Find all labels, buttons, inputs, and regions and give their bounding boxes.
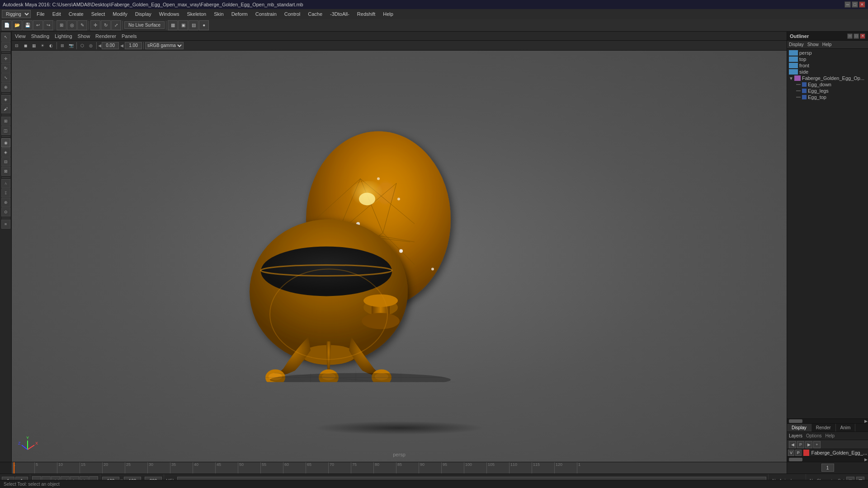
vm-lighting[interactable]: Lighting <box>53 33 74 39</box>
select-tool[interactable]: ⊞ <box>57 20 66 30</box>
layer-play[interactable]: P <box>797 441 804 448</box>
subtab-options[interactable]: Options <box>806 433 821 438</box>
menu-3dtall[interactable]: -3DtoAll- <box>326 10 353 18</box>
menu-skeleton[interactable]: Skeleton <box>183 10 210 18</box>
vp-tb-wireframe[interactable]: ⊟ <box>13 42 21 50</box>
outliner-item-front[interactable]: front <box>787 62 868 69</box>
layer-item[interactable]: V P Faberge_Golden_Egg_... <box>787 449 868 456</box>
vm-panels[interactable]: Panels <box>120 33 138 39</box>
sculpt-btn[interactable]: 🖌 <box>1 104 10 113</box>
vp-tb-textured[interactable]: ▦ <box>30 42 38 50</box>
outliner-menu-help[interactable]: Help <box>822 42 832 47</box>
soft-mod-btn[interactable]: ◈ <box>1 95 10 104</box>
close-button[interactable]: ✕ <box>859 1 865 8</box>
outliner-item-scene[interactable]: ▼ Faberge_Golden_Egg_Op... <box>787 75 868 81</box>
menu-edit[interactable]: Edit <box>49 10 65 18</box>
tab-render[interactable]: Render <box>811 424 836 432</box>
maximize-button[interactable]: □ <box>852 1 858 8</box>
new-button[interactable]: 📄 <box>2 20 12 30</box>
minimize-button[interactable]: ─ <box>844 1 851 8</box>
redo-button[interactable]: ↪ <box>43 20 53 30</box>
universal-lt-btn[interactable]: ⊕ <box>1 83 10 92</box>
lasso-tool[interactable]: ◎ <box>67 20 77 30</box>
menu-select[interactable]: Select <box>88 10 109 18</box>
vm-shading[interactable]: Shading <box>30 33 51 39</box>
menu-deform[interactable]: Deform <box>228 10 251 18</box>
outliner-minimize[interactable]: ─ <box>847 33 853 39</box>
icon1[interactable]: ⑃ <box>1 179 10 188</box>
show2-btn[interactable]: ◈ <box>1 148 10 157</box>
menu-cache[interactable]: Cache <box>304 10 326 18</box>
open-button[interactable]: 📂 <box>12 20 22 30</box>
layer-p-btn[interactable]: P <box>795 450 802 456</box>
vp-offset-input[interactable] <box>102 42 119 49</box>
menu-skin[interactable]: Skin <box>210 10 227 18</box>
scale-lt-btn[interactable]: ⤡ <box>1 73 10 82</box>
subtab-help[interactable]: Help <box>825 433 835 438</box>
vp-tb-lights[interactable]: ☀ <box>38 42 47 50</box>
vp-tb-iso[interactable]: ⬡ <box>78 42 86 50</box>
vp-gamma-input[interactable] <box>125 42 142 49</box>
outliner-close[interactable]: ✕ <box>860 33 865 39</box>
vp-tb-smooth[interactable]: ◎ <box>87 42 95 50</box>
outliner-item-top[interactable]: top <box>787 56 868 62</box>
rotate-tool[interactable]: ↻ <box>101 20 111 30</box>
menu-file[interactable]: File <box>33 10 48 18</box>
3d-viewport[interactable]: persp X Y Z <box>12 51 787 462</box>
icon4[interactable]: ⊙ <box>1 207 10 216</box>
vp-tb-shaded[interactable]: ◼ <box>21 42 29 50</box>
timeline-track[interactable]: 1 5 10 15 20 25 30 35 40 45 50 55 60 65 … <box>12 462 787 474</box>
paint-tool[interactable]: ✎ <box>77 20 87 30</box>
icon3[interactable]: ⊛ <box>1 198 10 207</box>
range-end-input[interactable] <box>821 464 834 472</box>
snap2-btn[interactable]: ◫ <box>1 126 10 135</box>
vp-tb-shadows[interactable]: ◐ <box>47 42 55 50</box>
layer-panel-scrollbar[interactable]: ▶ <box>787 456 868 462</box>
layer-next[interactable]: ▶ <box>805 441 812 448</box>
tab-display[interactable]: Display <box>787 424 811 432</box>
vm-view[interactable]: View <box>14 33 27 39</box>
scale-tool[interactable]: ⤢ <box>111 20 121 30</box>
select-mode-btn[interactable]: ↖ <box>1 33 10 42</box>
move-lt-btn[interactable]: ✛ <box>1 54 10 63</box>
tab-anim[interactable]: Anim <box>836 424 856 432</box>
vp-tb-cam[interactable]: 📷 <box>67 42 75 50</box>
vp-tb-grid[interactable]: ⊞ <box>58 42 66 50</box>
menu-display[interactable]: Display <box>132 10 155 18</box>
layer-prev[interactable]: ◀ <box>789 441 796 448</box>
layer-add[interactable]: + <box>813 441 821 448</box>
outliner-item-egg-legs[interactable]: Egg_legs <box>787 88 868 94</box>
outliner-menu-display[interactable]: Display <box>789 42 804 47</box>
render-btn1[interactable]: ▦ <box>168 20 178 30</box>
outliner-maximize[interactable]: □ <box>854 33 859 39</box>
save-button[interactable]: 💾 <box>23 20 33 30</box>
paint-select-btn[interactable]: ⊙ <box>1 42 10 51</box>
menu-windows[interactable]: Windows <box>156 10 183 18</box>
mode-dropdown[interactable]: Rigging <box>2 10 31 18</box>
menu-control[interactable]: Control <box>281 10 304 18</box>
menu-modify[interactable]: Modify <box>109 10 131 18</box>
extra-btn[interactable]: ≡ <box>1 220 10 229</box>
undo-button[interactable]: ↩ <box>33 20 43 30</box>
show4-btn[interactable]: ⊠ <box>1 167 10 176</box>
outliner-scrollbar[interactable]: ▶ <box>787 418 868 424</box>
timeline-playhead[interactable] <box>14 462 14 474</box>
menu-constrain[interactable]: Constrain <box>252 10 280 18</box>
render-btn3[interactable]: ▤ <box>189 20 198 30</box>
outliner-item-persp[interactable]: persp <box>787 50 868 56</box>
vm-show[interactable]: Show <box>76 33 92 39</box>
menu-create[interactable]: Create <box>65 10 87 18</box>
outliner-item-egg-down[interactable]: Egg_down <box>787 81 868 88</box>
rotate-lt-btn[interactable]: ↻ <box>1 64 10 73</box>
render-btn4[interactable]: ● <box>199 20 209 30</box>
outliner-item-side[interactable]: side <box>787 69 868 75</box>
menu-redshift[interactable]: Redshift <box>354 10 379 18</box>
color-mode-select[interactable]: sRGB gamma <box>145 42 184 49</box>
vm-renderer[interactable]: Renderer <box>94 33 118 39</box>
show-btn[interactable]: ◉ <box>1 138 10 147</box>
icon2[interactable]: ⑄ <box>1 188 10 197</box>
menu-help[interactable]: Help <box>379 10 397 18</box>
snap-btn[interactable]: ⊞ <box>1 117 10 126</box>
outliner-scroll-right[interactable]: ▶ <box>863 419 868 423</box>
layer-scroll-right[interactable]: ▶ <box>863 457 868 462</box>
